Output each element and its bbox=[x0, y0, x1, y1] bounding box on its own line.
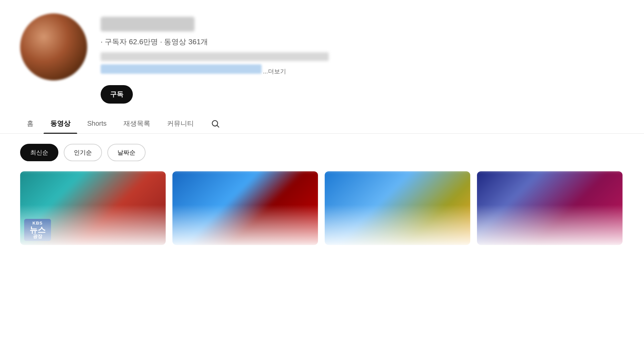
more-link[interactable]: ...더보기 bbox=[263, 67, 286, 75]
tab-home[interactable]: 홈 bbox=[20, 114, 40, 133]
channel-link-blurred bbox=[101, 64, 262, 74]
search-icon bbox=[211, 119, 220, 128]
tab-community[interactable]: 커뮤니티 bbox=[160, 114, 201, 133]
channel-search-button[interactable] bbox=[207, 116, 223, 132]
tab-videos[interactable]: 동영상 bbox=[44, 114, 77, 133]
sort-newest-button[interactable]: 최신순 bbox=[20, 144, 58, 161]
channel-description-blurred bbox=[101, 52, 329, 61]
channel-tabs: 홈 동영상 Shorts 재생목록 커뮤니티 bbox=[0, 114, 644, 134]
sort-popular-button[interactable]: 인기순 bbox=[64, 144, 102, 161]
channel-meta: · 구독자 62.6만명 · 동영상 361개 bbox=[101, 37, 624, 47]
channel-header: · 구독자 62.6만명 · 동영상 361개 ...더보기 구독 bbox=[0, 0, 644, 104]
svg-line-1 bbox=[217, 125, 219, 127]
sort-buttons: 최신순 인기순 날짜순 bbox=[0, 134, 644, 168]
tab-playlists[interactable]: 재생목록 bbox=[117, 114, 157, 133]
subscribe-button[interactable]: 구독 bbox=[101, 85, 133, 104]
bottom-fade-overlay bbox=[0, 205, 644, 245]
channel-info: · 구독자 62.6만명 · 동영상 361개 ...더보기 구독 bbox=[101, 13, 624, 104]
sort-date-button[interactable]: 날짜순 bbox=[107, 144, 146, 161]
video-section: KBS 뉴스 광장 bbox=[0, 168, 644, 245]
tab-shorts[interactable]: Shorts bbox=[80, 114, 113, 133]
channel-name-blurred bbox=[101, 17, 195, 32]
channel-avatar bbox=[20, 13, 87, 80]
channel-desc-row: ...더보기 bbox=[101, 64, 624, 78]
svg-point-0 bbox=[212, 120, 217, 126]
